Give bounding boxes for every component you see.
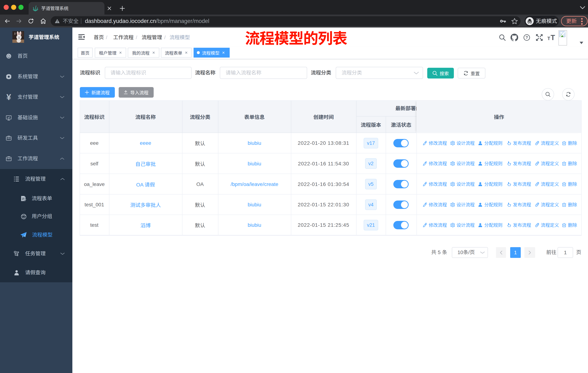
svg-text:T: T	[551, 35, 555, 40]
svg-text:T: T	[547, 36, 550, 40]
svg-text:?: ?	[525, 35, 528, 40]
